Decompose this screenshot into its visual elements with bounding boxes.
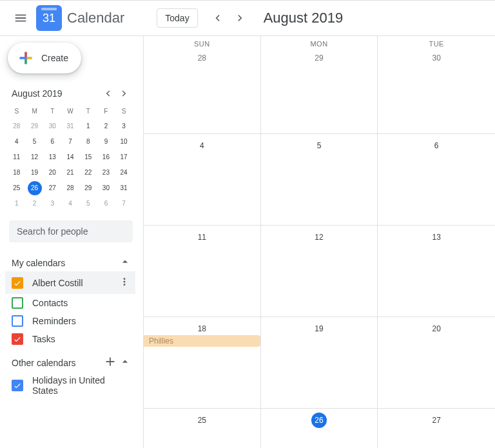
day-cell[interactable]: SUN28 bbox=[144, 36, 261, 134]
day-number: 13 bbox=[429, 229, 444, 245]
day-cell[interactable]: 20 bbox=[378, 317, 495, 409]
mini-day-cell[interactable]: 13 bbox=[43, 150, 61, 165]
checkbox-icon[interactable] bbox=[12, 277, 23, 289]
mini-day-cell[interactable]: 28 bbox=[61, 180, 79, 196]
prev-period-button[interactable] bbox=[206, 6, 229, 30]
mini-day-cell[interactable]: 24 bbox=[115, 165, 133, 180]
day-cell[interactable]: 25 bbox=[144, 409, 261, 448]
day-cell[interactable]: 6 bbox=[378, 134, 495, 226]
day-cell[interactable]: TUE30 bbox=[378, 36, 495, 134]
mini-day-cell[interactable]: 21 bbox=[61, 165, 79, 180]
calendar-item[interactable]: Contacts bbox=[5, 294, 135, 312]
mini-day-cell[interactable]: 5 bbox=[79, 196, 97, 211]
day-cell[interactable]: 13 bbox=[378, 226, 495, 317]
day-cell[interactable]: 11 bbox=[144, 226, 261, 317]
mini-day-cell[interactable]: 23 bbox=[97, 165, 115, 180]
calendar-item[interactable]: Holidays in United States bbox=[5, 372, 135, 399]
today-button[interactable]: Today bbox=[157, 8, 197, 28]
mini-day-cell[interactable]: 7 bbox=[115, 196, 133, 211]
mini-day-cell[interactable]: 14 bbox=[61, 150, 79, 165]
day-number: 12 bbox=[311, 229, 327, 245]
day-number: 27 bbox=[429, 413, 444, 428]
mini-dow: S bbox=[115, 104, 133, 119]
mini-day-cell[interactable]: 28 bbox=[8, 119, 26, 134]
mini-dow: M bbox=[26, 104, 44, 119]
day-cell[interactable]: 4 bbox=[144, 134, 261, 226]
mini-day-cell[interactable]: 12 bbox=[26, 150, 44, 165]
day-cell[interactable]: 5 bbox=[261, 134, 378, 226]
mini-day-cell[interactable]: 2 bbox=[26, 196, 44, 211]
checkbox-icon[interactable] bbox=[12, 333, 23, 345]
calendar-item[interactable]: Albert Costill bbox=[5, 271, 135, 294]
mini-day-cell[interactable]: 6 bbox=[43, 134, 61, 150]
mini-day-cell[interactable]: 1 bbox=[79, 119, 97, 134]
day-cell[interactable]: 27 bbox=[378, 409, 495, 448]
mini-day-cell[interactable]: 20 bbox=[43, 165, 61, 180]
other-calendars-header[interactable]: Other calendars bbox=[5, 353, 135, 372]
mini-day-cell[interactable]: 19 bbox=[26, 165, 44, 180]
day-number: 18 bbox=[194, 321, 209, 336]
mini-day-cell[interactable]: 30 bbox=[97, 180, 115, 196]
add-calendar-icon[interactable] bbox=[103, 355, 117, 371]
checkbox-icon[interactable] bbox=[12, 315, 23, 327]
calendar-item[interactable]: Reminders bbox=[5, 312, 135, 330]
other-calendars-label: Other calendars bbox=[12, 358, 76, 368]
day-number: 29 bbox=[311, 50, 327, 66]
mini-day-cell[interactable]: 22 bbox=[79, 165, 97, 180]
create-label: Create bbox=[41, 53, 68, 63]
mini-day-cell[interactable]: 29 bbox=[79, 180, 97, 196]
mini-next-button[interactable] bbox=[116, 85, 133, 102]
my-calendars-list: Albert CostillContactsRemindersTasks bbox=[5, 271, 135, 348]
mini-day-cell[interactable]: 17 bbox=[115, 150, 133, 165]
plus-icon bbox=[17, 49, 35, 67]
mini-day-cell[interactable]: 6 bbox=[97, 196, 115, 211]
day-of-week-label: TUE bbox=[378, 40, 495, 48]
mini-day-cell[interactable]: 26 bbox=[28, 181, 42, 195]
mini-day-cell[interactable]: 16 bbox=[97, 150, 115, 165]
mini-prev-button[interactable] bbox=[99, 85, 116, 102]
calendar-item[interactable]: Tasks bbox=[5, 330, 135, 348]
mini-day-cell[interactable]: 7 bbox=[61, 134, 79, 150]
mini-day-cell[interactable]: 31 bbox=[61, 119, 79, 134]
calendar-logo-icon: 31 bbox=[36, 5, 62, 31]
mini-day-cell[interactable]: 15 bbox=[79, 150, 97, 165]
day-number: 4 bbox=[194, 138, 209, 153]
mini-day-cell[interactable]: 4 bbox=[8, 134, 26, 150]
mini-day-cell[interactable]: 30 bbox=[43, 119, 61, 134]
mini-day-cell[interactable]: 27 bbox=[43, 180, 61, 196]
mini-day-cell[interactable]: 31 bbox=[115, 180, 133, 196]
more-icon[interactable] bbox=[117, 275, 131, 291]
create-button[interactable]: Create bbox=[8, 43, 81, 73]
checkbox-icon[interactable] bbox=[12, 297, 23, 309]
checkbox-icon[interactable] bbox=[12, 380, 23, 391]
current-period-title: August 2019 bbox=[264, 10, 344, 26]
chevron-up-icon bbox=[119, 255, 131, 270]
mini-day-cell[interactable]: 5 bbox=[26, 134, 44, 150]
day-cell[interactable]: 19 bbox=[261, 317, 378, 409]
day-number: 5 bbox=[311, 138, 327, 153]
mini-day-cell[interactable]: 29 bbox=[26, 119, 44, 134]
day-cell[interactable]: MON29 bbox=[261, 36, 378, 134]
mini-day-cell[interactable]: 18 bbox=[8, 165, 26, 180]
day-number: 19 bbox=[311, 321, 327, 336]
mini-day-cell[interactable]: 1 bbox=[8, 196, 26, 211]
search-people-input[interactable]: Search for people bbox=[9, 220, 133, 242]
mini-day-cell[interactable]: 10 bbox=[115, 134, 133, 150]
mini-day-cell[interactable]: 3 bbox=[43, 196, 61, 211]
menu-icon[interactable] bbox=[5, 3, 36, 34]
next-period-button[interactable] bbox=[229, 6, 252, 30]
mini-day-cell[interactable]: 9 bbox=[97, 134, 115, 150]
calendar-grid: SUN28MON29TUE3045611121318Phillies192025… bbox=[143, 36, 495, 448]
day-cell[interactable]: 12 bbox=[261, 226, 378, 317]
mini-day-cell[interactable]: 11 bbox=[8, 150, 26, 165]
mini-day-cell[interactable]: 4 bbox=[61, 196, 79, 211]
calendar-name: Reminders bbox=[32, 316, 76, 326]
mini-day-cell[interactable]: 25 bbox=[8, 180, 26, 196]
my-calendars-header[interactable]: My calendars bbox=[5, 254, 135, 271]
mini-day-cell[interactable]: 8 bbox=[79, 134, 97, 150]
day-cell[interactable]: 18Phillies bbox=[144, 317, 261, 409]
day-cell[interactable]: 26 bbox=[261, 409, 378, 448]
event-chip[interactable]: Phillies bbox=[144, 335, 260, 347]
mini-day-cell[interactable]: 3 bbox=[115, 119, 133, 134]
mini-day-cell[interactable]: 2 bbox=[97, 119, 115, 134]
